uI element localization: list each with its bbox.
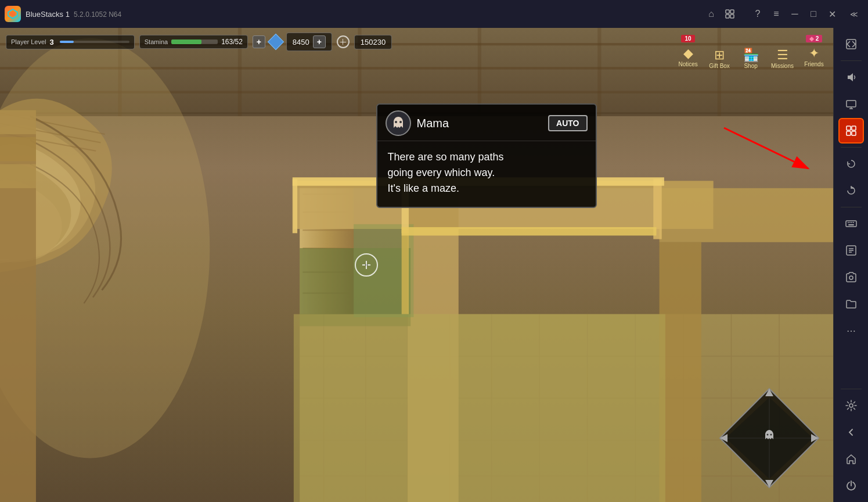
menu-btn[interactable]: ≡ bbox=[767, 5, 786, 23]
svg-rect-2 bbox=[726, 10, 729, 13]
svg-rect-21 bbox=[0, 137, 36, 161]
friends-badge: ◆ 2 bbox=[806, 35, 823, 42]
rotate-button[interactable] bbox=[838, 178, 864, 203]
currency1-plus-button[interactable]: + bbox=[313, 35, 326, 48]
notices-container: 10 ◆ Notices bbox=[673, 35, 703, 70]
svg-rect-56 bbox=[293, 179, 297, 233]
svg-rect-22 bbox=[0, 164, 36, 188]
shop-button[interactable]: 🏪 Shop bbox=[736, 45, 765, 71]
currency1-value: 8450 bbox=[293, 38, 309, 46]
display-button[interactable] bbox=[838, 91, 864, 117]
giftbox-button[interactable]: ⊞ Gift Box bbox=[705, 45, 734, 71]
shop-icon: 🏪 bbox=[743, 48, 759, 63]
top-right-hud: 10 ◆ Notices ⊞ Gift Box 🏪 Shop bbox=[673, 33, 829, 71]
player-level-value: 3 bbox=[50, 38, 54, 46]
power-button[interactable] bbox=[838, 473, 864, 499]
stamina-bar-fill bbox=[171, 40, 201, 44]
stamina-label: Stamina bbox=[145, 38, 168, 45]
svg-point-73 bbox=[770, 434, 772, 436]
svg-rect-20 bbox=[0, 110, 36, 134]
stamina-bar bbox=[171, 40, 218, 44]
minimize-btn[interactable]: ─ bbox=[786, 5, 804, 23]
svg-rect-83 bbox=[846, 221, 856, 227]
stamina-plus-button[interactable]: + bbox=[253, 35, 265, 48]
minimap bbox=[717, 386, 822, 490]
svg-rect-50 bbox=[660, 188, 833, 242]
svg-rect-81 bbox=[847, 131, 851, 135]
maze-scene bbox=[0, 28, 833, 502]
diamond-icon bbox=[268, 34, 284, 50]
giftbox-label: Gift Box bbox=[709, 63, 730, 69]
character-icon bbox=[386, 110, 411, 136]
crosshair-circle bbox=[355, 253, 378, 277]
right-sidebar: ⋯ bbox=[833, 28, 868, 502]
dialog-header: Mama AUTO bbox=[377, 105, 596, 141]
svg-point-63 bbox=[399, 121, 402, 123]
svg-rect-82 bbox=[852, 131, 856, 135]
stamina-values: 163/52 bbox=[221, 38, 243, 46]
dialog-box[interactable]: Mama AUTO There are so many paths going … bbox=[376, 103, 597, 208]
svg-rect-79 bbox=[847, 126, 851, 130]
expand-button[interactable] bbox=[838, 31, 864, 57]
divider-4 bbox=[841, 389, 862, 389]
svg-marker-1 bbox=[10, 11, 16, 17]
missions-label: Missions bbox=[771, 63, 794, 69]
shop-container: 🏪 Shop bbox=[736, 33, 765, 71]
divider-1 bbox=[841, 60, 862, 61]
player-level-display: Player Level 3 bbox=[6, 35, 135, 49]
svg-rect-5 bbox=[730, 15, 734, 18]
macro-button[interactable] bbox=[838, 238, 864, 263]
macro-recorder-button[interactable] bbox=[838, 118, 864, 144]
friends-button[interactable]: ✦ Friends bbox=[799, 44, 829, 70]
game-crosshair bbox=[355, 253, 378, 277]
notices-button[interactable]: ◆ Notices bbox=[673, 44, 703, 70]
svg-rect-58 bbox=[402, 230, 409, 314]
restore-btn[interactable]: □ bbox=[804, 5, 823, 23]
collapse-btn[interactable]: ≪ bbox=[845, 5, 863, 23]
multi-btn[interactable] bbox=[721, 5, 739, 23]
giftbox-container: ⊞ Gift Box bbox=[705, 33, 734, 71]
svg-rect-4 bbox=[726, 15, 729, 18]
folder-button[interactable] bbox=[838, 291, 864, 317]
svg-rect-61 bbox=[402, 227, 657, 235]
svg-rect-74 bbox=[847, 40, 856, 49]
currency2-display: 150230 bbox=[354, 35, 392, 49]
app-name: BlueStacks 1 5.2.0.1052 N64 bbox=[26, 10, 121, 19]
stamina-display: Stamina 163/52 bbox=[139, 35, 248, 49]
history-button[interactable] bbox=[838, 151, 864, 177]
auto-button[interactable]: AUTO bbox=[548, 115, 587, 131]
dialog-text: There are so many paths going every whic… bbox=[377, 141, 596, 207]
home-btn[interactable]: ⌂ bbox=[702, 5, 721, 23]
screenshot-button[interactable] bbox=[838, 264, 864, 290]
app-logo bbox=[5, 6, 21, 22]
close-btn[interactable]: ✕ bbox=[823, 5, 841, 23]
divider-3 bbox=[841, 207, 862, 207]
help-btn[interactable]: ? bbox=[748, 5, 767, 23]
keyboard-button[interactable] bbox=[838, 211, 864, 236]
more-button[interactable]: ⋯ bbox=[838, 318, 864, 343]
notices-icon: ◆ bbox=[683, 46, 693, 61]
crosshair-dot bbox=[365, 264, 368, 266]
divider-2 bbox=[841, 147, 862, 148]
friends-container: ◆ 2 ✦ Friends bbox=[799, 35, 829, 70]
settings-button[interactable] bbox=[838, 393, 864, 418]
main-layout: Player Level 3 Stamina 163/52 + 8450 bbox=[0, 28, 868, 502]
svg-rect-3 bbox=[730, 10, 734, 13]
notices-badge: 10 bbox=[681, 35, 695, 42]
missions-icon: ☰ bbox=[777, 48, 788, 63]
svg-rect-80 bbox=[852, 126, 856, 130]
back-button[interactable] bbox=[838, 419, 864, 445]
currency1-display: 8450 + bbox=[286, 33, 332, 51]
missions-button[interactable]: ☰ Missions bbox=[768, 45, 797, 71]
notices-label: Notices bbox=[678, 61, 697, 67]
home-sidebar-button[interactable] bbox=[838, 446, 864, 472]
svg-point-72 bbox=[767, 434, 769, 436]
titlebar: BlueStacks 1 5.2.0.1052 N64 ⌂ ? ≡ ─ □ ✕ … bbox=[0, 0, 868, 28]
svg-rect-76 bbox=[847, 101, 856, 107]
volume-button[interactable] bbox=[838, 64, 864, 90]
svg-point-94 bbox=[849, 404, 853, 407]
game-area[interactable]: Player Level 3 Stamina 163/52 + 8450 bbox=[0, 28, 833, 502]
svg-point-93 bbox=[849, 276, 853, 279]
svg-marker-75 bbox=[848, 73, 853, 81]
player-level-label: Player Level bbox=[11, 38, 46, 45]
